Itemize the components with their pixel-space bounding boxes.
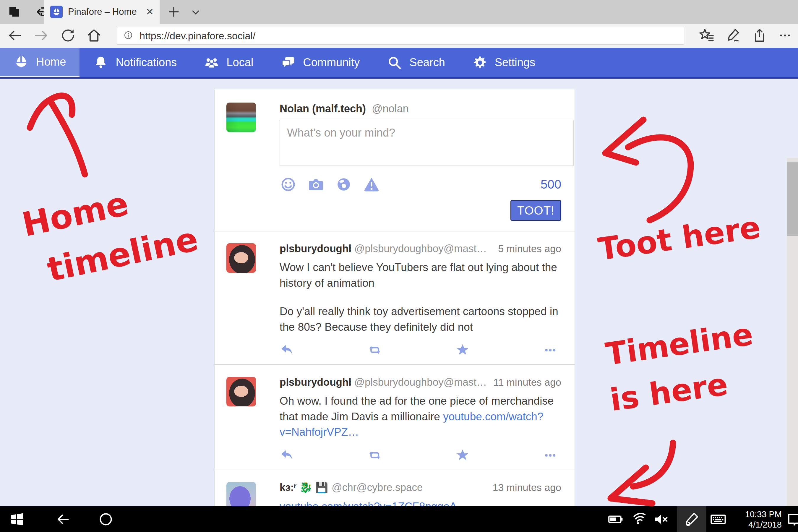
- tab-list-chevron-icon[interactable]: [190, 6, 202, 18]
- browser-menu-ellipsis-icon[interactable]: [777, 27, 793, 44]
- avatar[interactable]: [226, 102, 256, 132]
- gear-icon: [472, 55, 488, 70]
- browser-tab[interactable]: Pinafore – Home ✕: [44, 0, 159, 24]
- account-handle[interactable]: @plsburydoughboy@mastodon.s…: [354, 376, 488, 388]
- browser-toolbar: [0, 24, 798, 48]
- timestamp: 13 minutes ago: [487, 482, 562, 493]
- account-handle: @nolan: [372, 102, 409, 115]
- windows-taskbar: 10:33 PM 4/1/2018: [0, 506, 798, 532]
- scrollbar-thumb[interactable]: [787, 162, 798, 236]
- clock-date: 4/1/2018: [732, 519, 782, 530]
- favorites-hub-icon[interactable]: [698, 27, 715, 44]
- url-input[interactable]: [139, 30, 642, 42]
- content-warning-icon[interactable]: [363, 176, 380, 193]
- home-icon[interactable]: [86, 27, 102, 44]
- start-button-icon[interactable]: [9, 511, 25, 528]
- avatar[interactable]: [226, 377, 256, 406]
- page-scrollbar[interactable]: [787, 158, 798, 506]
- favorite-star-icon[interactable]: [455, 343, 470, 357]
- post-paragraph: Wow I can't believe YouTubers are flat o…: [280, 260, 561, 291]
- emoji-icon[interactable]: [280, 176, 297, 193]
- timeline-post[interactable]: plsburydoughboy @plsburydoughboy@mastodo…: [214, 231, 574, 365]
- display-name[interactable]: plsburydoughboy: [280, 376, 351, 388]
- volume-muted-icon[interactable]: [653, 511, 670, 528]
- compose-input[interactable]: [280, 120, 574, 166]
- pen-icon[interactable]: [683, 511, 700, 528]
- search-icon: [387, 55, 402, 70]
- nav-item-notifications[interactable]: Notifications: [79, 48, 190, 77]
- nav-item-local[interactable]: Local: [190, 48, 267, 77]
- timeline-post[interactable]: kз:ʳ 🐉 💾 @chr@cybre.space 13 minutes ago…: [214, 470, 574, 506]
- sailboat-icon: [14, 54, 29, 70]
- nav-item-home[interactable]: Home: [0, 48, 79, 77]
- boost-icon[interactable]: [367, 448, 382, 462]
- web-note-pen-icon[interactable]: [725, 27, 741, 44]
- avatar[interactable]: [226, 482, 256, 506]
- action-center-icon[interactable]: [786, 511, 798, 528]
- wifi-icon[interactable]: [631, 511, 648, 528]
- site-info-icon[interactable]: [123, 30, 134, 42]
- back-icon[interactable]: [6, 27, 23, 44]
- nav-label-home: Home: [36, 56, 66, 68]
- account-handle[interactable]: @plsburydoughboy@mastodon.so…: [354, 243, 492, 254]
- favorite-star-icon[interactable]: [455, 448, 470, 462]
- refresh-icon[interactable]: [60, 27, 76, 44]
- tab-close-icon[interactable]: ✕: [146, 6, 154, 17]
- post-paragraph: Do y'all really think toy advertisement …: [280, 304, 561, 335]
- touch-keyboard-icon[interactable]: [710, 511, 726, 528]
- reply-icon[interactable]: [280, 343, 294, 357]
- address-bar[interactable]: [117, 27, 684, 45]
- media-camera-icon[interactable]: [307, 176, 324, 193]
- nav-label-notifications: Notifications: [116, 56, 177, 69]
- timestamp: 5 minutes ago: [492, 243, 561, 254]
- nav-item-community[interactable]: Community: [267, 48, 373, 77]
- forward-icon[interactable]: [33, 27, 50, 44]
- char-count: 500: [540, 177, 561, 191]
- speech-bubbles-icon: [281, 55, 296, 70]
- display-name[interactable]: kз:ʳ 🐉 💾: [280, 481, 328, 494]
- timestamp: 11 minutes ago: [487, 377, 561, 388]
- post-content: Wow I can't believe YouTubers are flat o…: [280, 260, 561, 335]
- display-name[interactable]: plsburydoughboy: [280, 243, 351, 254]
- timeline-post[interactable]: plsburydoughboy @plsburydoughboy@mastodo…: [214, 365, 574, 470]
- nav-label-community: Community: [303, 56, 360, 69]
- more-options-icon[interactable]: [543, 343, 558, 357]
- tab-preview-icon[interactable]: [6, 4, 22, 21]
- compose-account: Nolan (malf.tech) @nolan: [280, 102, 561, 115]
- cortana-icon[interactable]: [97, 511, 114, 528]
- page-background: Nolan (malf.tech) @nolan: [0, 79, 798, 506]
- clock-time: 10:33 PM: [732, 509, 782, 519]
- tab-title: Pinafore – Home: [68, 6, 141, 17]
- share-icon[interactable]: [751, 27, 768, 44]
- privacy-globe-icon[interactable]: [335, 176, 352, 193]
- nav-item-search[interactable]: Search: [373, 48, 458, 77]
- browser-tab-bar: Pinafore – Home ✕: [0, 0, 798, 24]
- boost-icon[interactable]: [367, 343, 382, 357]
- new-tab-icon[interactable]: [167, 5, 180, 18]
- nav-label-local: Local: [226, 56, 253, 69]
- display-name: Nolan (malf.tech): [280, 102, 366, 115]
- battery-icon[interactable]: [607, 511, 624, 528]
- people-icon: [204, 55, 219, 70]
- pen-workspace-cell[interactable]: [677, 506, 706, 532]
- avatar[interactable]: [226, 243, 256, 273]
- nav-label-settings: Settings: [495, 56, 535, 69]
- nav-label-search: Search: [409, 56, 445, 69]
- nav-item-settings[interactable]: Settings: [459, 48, 549, 77]
- toot-button[interactable]: TOOT!: [510, 200, 561, 221]
- reply-icon[interactable]: [280, 448, 294, 462]
- taskbar-clock[interactable]: 10:33 PM 4/1/2018: [732, 509, 782, 530]
- more-options-icon[interactable]: [543, 448, 558, 462]
- post-content: youtube.com/watch?v=1ZCF8ngqeA…: [280, 499, 561, 506]
- post-link[interactable]: youtube.com/watch?v=1ZCF8ngqeA…: [280, 500, 468, 506]
- taskbar-back-icon[interactable]: [55, 511, 71, 528]
- account-handle[interactable]: @chr@cybre.space: [331, 481, 423, 493]
- timeline-column: Nolan (malf.tech) @nolan: [214, 89, 575, 506]
- post-content: Oh wow. I found the ad for the one piece…: [280, 393, 561, 440]
- compose-box: Nolan (malf.tech) @nolan: [214, 89, 574, 231]
- pinafore-favicon-icon: [50, 6, 63, 18]
- pinafore-nav: Home Notifications Local Community Searc…: [0, 48, 798, 79]
- bell-icon: [93, 55, 109, 70]
